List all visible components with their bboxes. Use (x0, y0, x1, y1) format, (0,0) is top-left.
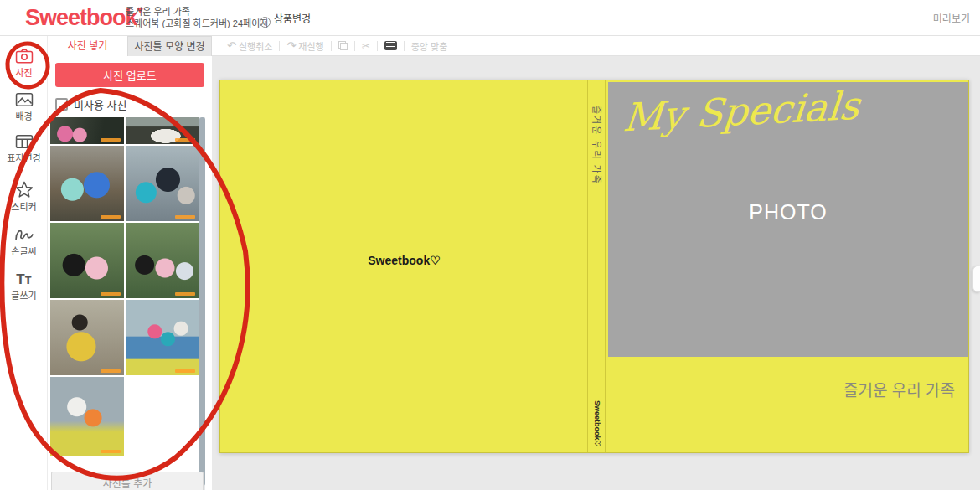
undo-label: 실행취소 (239, 39, 272, 53)
scissors-icon: ✂ (362, 40, 370, 52)
cover-photo-placeholder[interactable]: My Specials PHOTO (608, 82, 968, 357)
scrollbar-thumb[interactable] (199, 117, 205, 486)
panel-tabs: 사진 넣기 사진틀 모양 변경 (48, 36, 212, 56)
spine-logo: Sweetbook♡ (588, 400, 606, 449)
photo-thumbnail[interactable] (50, 223, 124, 298)
sidebar-item-label: 표지변경 (0, 151, 48, 164)
product-spec: 스퀘어북 (고화질 하드커버) 24페이지 (126, 18, 268, 29)
redo-label: 재실행 (298, 39, 323, 53)
tab-change-frame-shape[interactable]: 사진틀 모양 변경 (127, 36, 212, 56)
project-title: 즐거운 우리 가족 (126, 6, 268, 18)
upload-photo-button[interactable]: 사진 업로드 (55, 63, 204, 87)
photo-thumbnail[interactable] (126, 146, 199, 221)
photo-thumbnail[interactable] (50, 146, 124, 221)
center-align-button[interactable]: 중앙 맞춤 (405, 39, 455, 53)
camera-icon (15, 49, 34, 64)
change-product-button[interactable]: i상품변경 (260, 11, 311, 28)
front-cover-subtitle[interactable]: 즐거운 우리 가족 (843, 378, 955, 400)
photo-thumbnail[interactable] (126, 223, 199, 298)
sidebar-item-label: 스티커 (0, 199, 48, 213)
undo-icon: ↶ (227, 39, 236, 52)
sidebar-item-background[interactable]: 배경 (0, 92, 48, 132)
spine-title[interactable]: 즐거운 우리 가족 (588, 106, 606, 290)
sidebar-item-photo[interactable]: 사진 (0, 49, 48, 89)
textbox-button[interactable] (378, 41, 404, 50)
editor-toolbar: ↶ 실행취소 ↷ 재실행 ✂ 중앙 맞춤 (212, 36, 980, 56)
sticker-star-icon (15, 181, 34, 198)
photo-thumbnail[interactable] (50, 377, 124, 456)
photo-thumbnail[interactable] (126, 117, 199, 144)
copy-icon (338, 41, 348, 50)
unused-photos-row: 미사용 사진 (55, 97, 126, 111)
unused-photos-label: 미사용 사진 (74, 96, 126, 112)
empty-thumbnail-slot (126, 377, 199, 456)
product-info: 즐거운 우리 가족 스퀘어북 (고화질 하드커버) 24페이지 (126, 6, 268, 29)
background-icon (15, 92, 34, 107)
photo-panel: 사진 업로드 미사용 사진 사진틀 추가 (48, 56, 212, 490)
sidebar-item-label: 손글씨 (0, 244, 48, 257)
cut-button[interactable]: ✂ (355, 40, 377, 52)
text-icon: Tт (0, 271, 48, 288)
book-cover-page[interactable]: Sweetbook♡ 즐거운 우리 가족 Sweetbook♡ My Speci… (219, 80, 969, 453)
sidebar-item-label: 배경 (0, 109, 48, 122)
canvas-workspace: Sweetbook♡ 즐거운 우리 가족 Sweetbook♡ My Speci… (212, 56, 980, 490)
preview-button[interactable]: 미리보기 (933, 11, 970, 25)
logo-text: Sweetbook (25, 5, 137, 30)
sidebar-item-sticker[interactable]: 스티커 (0, 181, 48, 221)
textbox-icon (384, 41, 397, 50)
sidebar-item-write-text[interactable]: Tт 글쓰기 (0, 271, 48, 312)
photo-list-scrollbar (199, 117, 205, 490)
photo-placeholder-label: PHOTO (749, 200, 827, 224)
app-header: Sweetbook♥ 즐거운 우리 가족 스퀘어북 (고화질 하드커버) 24페… (0, 0, 980, 36)
photo-thumbnail[interactable] (126, 300, 199, 375)
collapse-panel-handle[interactable] (972, 266, 980, 292)
center-align-label: 중앙 맞춤 (411, 39, 448, 53)
sidebar-icon-rail: 사진 배경 표지변경 스티커 손글씨 Tт 글쓰기 (0, 36, 48, 490)
copy-button[interactable] (332, 41, 354, 50)
info-icon: i (260, 17, 271, 28)
change-product-label: 상품변경 (274, 13, 311, 25)
add-photo-frame-button[interactable]: 사진틀 추가 (51, 472, 204, 490)
cover-change-icon (15, 134, 34, 149)
sidebar-item-label: 글쓰기 (0, 288, 48, 302)
photo-thumbnail-list (50, 117, 199, 457)
handwriting-icon (14, 227, 34, 242)
back-cover-logo: Sweetbook♡ (220, 254, 588, 267)
undo-button[interactable]: ↶ 실행취소 (220, 39, 279, 53)
sidebar-item-label: 사진 (0, 65, 48, 79)
sidebar-item-cover-change[interactable]: 표지변경 (0, 134, 48, 174)
photo-thumbnail[interactable] (50, 300, 124, 375)
sidebar-item-handwriting[interactable]: 손글씨 (0, 227, 48, 267)
photo-thumbnail[interactable] (50, 117, 124, 144)
tab-insert-photo[interactable]: 사진 넣기 (48, 36, 127, 56)
front-cover-title[interactable]: My Specials (622, 82, 861, 140)
book-spine: 즐거운 우리 가족 Sweetbook♡ (587, 80, 606, 452)
redo-icon: ↷ (286, 39, 296, 52)
redo-button[interactable]: ↷ 재실행 (280, 39, 330, 53)
unused-photos-checkbox[interactable] (55, 98, 68, 111)
